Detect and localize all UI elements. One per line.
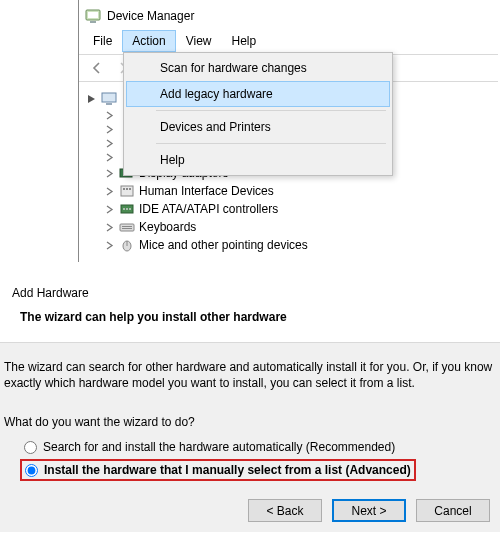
svg-point-14 <box>129 208 131 210</box>
action-dropdown: Scan for hardware changes Add legacy har… <box>123 52 393 176</box>
wizard-description: The wizard can search for other hardware… <box>2 359 498 391</box>
tree-node-hid[interactable]: Human Interface Devices <box>103 182 498 200</box>
device-manager-window: Device Manager File Action View Help Sca… <box>78 0 498 262</box>
mouse-icon <box>119 237 135 253</box>
wizard-question: What do you want the wizard to do? <box>2 415 498 429</box>
menu-item-help[interactable]: Help <box>126 147 390 173</box>
next-button[interactable]: Next > <box>332 499 406 522</box>
svg-rect-1 <box>88 12 98 18</box>
expand-icon[interactable] <box>103 167 115 179</box>
menu-view[interactable]: View <box>176 30 222 52</box>
svg-point-13 <box>126 208 128 210</box>
expand-icon[interactable] <box>103 221 115 233</box>
expand-icon[interactable] <box>103 109 115 121</box>
tree-node-mice[interactable]: Mice and other pointing devices <box>103 236 498 254</box>
option-manual-label: Install the hardware that I manually sel… <box>44 463 411 477</box>
option-auto-label: Search for and install the hardware auto… <box>43 440 395 454</box>
expand-icon[interactable] <box>103 185 115 197</box>
expand-icon[interactable] <box>103 137 115 149</box>
svg-rect-2 <box>90 21 96 23</box>
expand-icon[interactable] <box>103 203 115 215</box>
menu-file[interactable]: File <box>83 30 122 52</box>
svg-rect-7 <box>121 186 133 196</box>
tree-node-ide[interactable]: IDE ATA/ATAPI controllers <box>103 200 498 218</box>
wizard-header: Add Hardware The wizard can help you ins… <box>0 276 500 342</box>
keyboard-icon <box>119 219 135 235</box>
radio-manual[interactable] <box>25 464 38 477</box>
nav-back-button[interactable] <box>85 57 109 79</box>
window-title: Device Manager <box>107 9 194 23</box>
back-button[interactable]: < Back <box>248 499 322 522</box>
expand-icon[interactable] <box>103 123 115 135</box>
cancel-button[interactable]: Cancel <box>416 499 490 522</box>
computer-icon <box>101 90 117 106</box>
expand-icon[interactable] <box>103 151 115 163</box>
device-manager-icon <box>85 8 101 24</box>
svg-rect-15 <box>120 224 134 231</box>
expand-icon[interactable] <box>103 239 115 251</box>
wizard-title: Add Hardware <box>12 286 488 300</box>
tree-node-label: Human Interface Devices <box>139 184 274 198</box>
menu-item-add-legacy[interactable]: Add legacy hardware <box>126 81 390 107</box>
menubar: File Action View Help <box>79 30 498 52</box>
window-title-bar: Device Manager <box>79 4 498 30</box>
collapse-icon[interactable] <box>85 92 97 104</box>
tree-node-label: Mice and other pointing devices <box>139 238 308 252</box>
menu-divider <box>156 143 386 144</box>
svg-rect-16 <box>122 226 132 227</box>
tree-node-label: Keyboards <box>139 220 196 234</box>
wizard-buttons: < Back Next > Cancel <box>2 481 498 522</box>
svg-rect-9 <box>126 188 128 190</box>
radio-auto[interactable] <box>24 441 37 454</box>
add-hardware-wizard: Add Hardware The wizard can help you ins… <box>0 276 500 532</box>
ide-controller-icon <box>119 201 135 217</box>
svg-rect-3 <box>102 93 116 102</box>
svg-rect-8 <box>123 188 125 190</box>
menu-divider <box>156 110 386 111</box>
svg-rect-17 <box>122 228 132 229</box>
svg-rect-4 <box>106 103 112 105</box>
option-auto[interactable]: Search for and install the hardware auto… <box>20 437 498 457</box>
menu-item-scan[interactable]: Scan for hardware changes <box>126 55 390 81</box>
wizard-options: Search for and install the hardware auto… <box>2 437 498 481</box>
svg-point-12 <box>123 208 125 210</box>
menu-item-devices-printers[interactable]: Devices and Printers <box>126 114 390 140</box>
wizard-body: The wizard can search for other hardware… <box>0 342 500 532</box>
tree-node-label: IDE ATA/ATAPI controllers <box>139 202 278 216</box>
option-manual[interactable]: Install the hardware that I manually sel… <box>20 459 416 481</box>
tree-node-keyboards[interactable]: Keyboards <box>103 218 498 236</box>
svg-rect-10 <box>129 188 131 190</box>
hid-icon <box>119 183 135 199</box>
wizard-subtitle: The wizard can help you install other ha… <box>12 310 488 324</box>
menu-action[interactable]: Action <box>122 30 175 52</box>
menu-help[interactable]: Help <box>222 30 267 52</box>
